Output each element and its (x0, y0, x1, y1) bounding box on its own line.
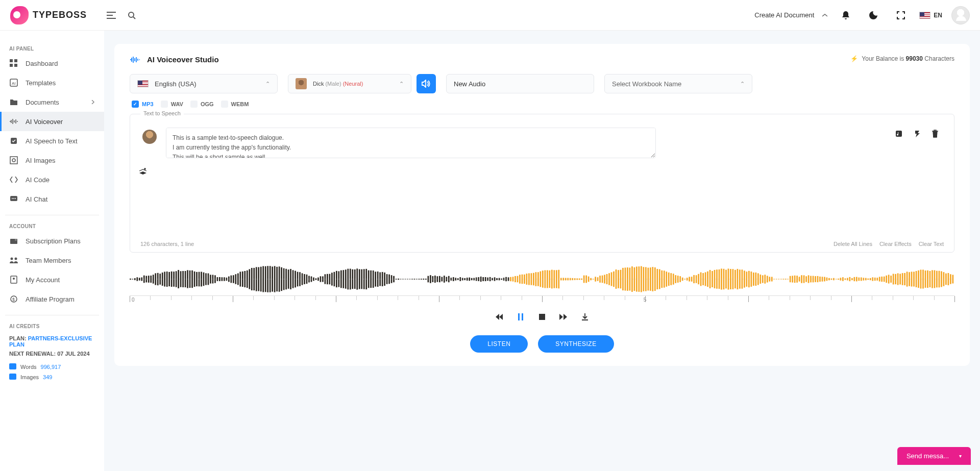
svg-rect-35 (153, 275, 154, 284)
search-icon[interactable] (122, 6, 141, 24)
svg-rect-388 (539, 314, 545, 320)
svg-rect-106 (315, 279, 317, 280)
svg-rect-82 (260, 267, 262, 292)
menu-toggle-icon[interactable] (102, 6, 120, 24)
add-line-button[interactable] (138, 167, 946, 175)
svg-rect-197 (524, 275, 525, 284)
sidebar-item-subscription-plans[interactable]: Subscription Plans (0, 231, 104, 251)
pause-button[interactable] (516, 312, 526, 322)
svg-rect-298 (755, 272, 756, 286)
svg-point-9 (12, 159, 15, 162)
voice-dropdown[interactable]: Dick (Male) (Neural) ⌃ (288, 74, 411, 93)
svg-rect-124 (356, 269, 358, 290)
tts-textarea[interactable] (166, 128, 656, 158)
sidebar-divider (5, 315, 99, 315)
svg-rect-365 (909, 272, 910, 286)
documents-icon (9, 97, 18, 107)
sidebar-item-dashboard[interactable]: Dashboard (0, 54, 104, 73)
music-note-icon[interactable] (895, 130, 904, 139)
format-wav[interactable]: WAV (161, 101, 183, 108)
svg-rect-220 (576, 279, 578, 280)
language-dropdown[interactable]: English (USA) ⌃ (130, 74, 278, 93)
svg-rect-353 (881, 277, 883, 282)
dark-mode-icon[interactable] (864, 6, 883, 24)
delete-all-lines-link[interactable]: Delete All Lines (834, 241, 872, 247)
svg-rect-58 (205, 274, 207, 285)
sidebar-item-ai-chat[interactable]: AI Chat (0, 189, 104, 209)
svg-rect-382 (948, 273, 949, 285)
affiliate-icon: $ (9, 294, 18, 304)
sidebar-item-templates[interactable]: AI Templates (0, 73, 104, 92)
svg-rect-214 (562, 278, 564, 281)
svg-rect-155 (428, 276, 429, 283)
svg-point-17 (15, 258, 17, 260)
svg-rect-281 (716, 270, 718, 289)
balance-prefix: Your Balance is (862, 55, 905, 62)
forward-button[interactable] (558, 312, 569, 322)
download-button[interactable] (580, 312, 590, 322)
format-mp3[interactable]: ✓MP3 (132, 101, 154, 108)
clear-effects-link[interactable]: Clear Effects (879, 241, 912, 247)
sidebar-item-ai-voiceover[interactable]: AI Voiceover (0, 112, 104, 131)
language-selector[interactable]: EN (919, 12, 942, 19)
svg-rect-125 (359, 269, 360, 289)
svg-rect-226 (590, 278, 592, 280)
brand-logo[interactable]: TYPEBOSS (10, 6, 87, 24)
notifications-icon[interactable] (837, 6, 855, 24)
sidebar-item-documents[interactable]: Documents (0, 92, 104, 112)
speaker-avatar[interactable] (142, 130, 157, 144)
svg-rect-335 (840, 278, 842, 281)
voiceover-icon (9, 117, 18, 126)
svg-rect-274 (700, 272, 702, 286)
sidebar-item-affiliate-program[interactable]: $ Affiliate Program (0, 289, 104, 309)
sidebar-item-ai-code[interactable]: AI Code (0, 170, 104, 189)
rewind-button[interactable] (494, 312, 504, 322)
chevron-up-icon: ⌃ (740, 81, 745, 87)
create-document-dropdown[interactable]: Create AI Document (754, 11, 827, 19)
waveform-display[interactable] (130, 264, 954, 294)
svg-rect-370 (920, 270, 922, 289)
svg-rect-166 (453, 277, 454, 281)
sidebar-item-ai-images[interactable]: AI Images (0, 151, 104, 170)
workbook-dropdown[interactable]: Select Workbook Name ⌃ (604, 74, 752, 93)
sidebar-item-ai-speech-to-text[interactable]: AI Speech to Text (0, 131, 104, 151)
svg-rect-4 (14, 64, 17, 67)
sidebar-section-ai-credits: AI CREDITS (0, 321, 104, 331)
user-avatar[interactable] (951, 6, 970, 24)
svg-rect-286 (728, 269, 729, 290)
sidebar-item-my-account[interactable]: My Account (0, 270, 104, 289)
code-icon (9, 175, 18, 184)
credit-label: Words (20, 364, 37, 370)
chat-widget[interactable]: Send messa... ▾ (897, 447, 971, 465)
sidebar-item-label: Templates (26, 79, 56, 87)
synthesize-button[interactable]: SYNTHESIZE (538, 335, 614, 353)
waveform-timeline[interactable]: 0 5 (130, 295, 954, 305)
effects-icon[interactable] (913, 130, 922, 139)
svg-rect-202 (535, 272, 537, 286)
preview-voice-button[interactable] (416, 74, 436, 93)
svg-rect-28 (136, 278, 138, 281)
svg-rect-209 (551, 270, 553, 289)
clear-text-link[interactable]: Clear Text (919, 241, 944, 247)
fullscreen-icon[interactable] (892, 6, 910, 24)
trash-icon[interactable] (932, 130, 941, 139)
stop-button[interactable] (537, 312, 547, 322)
svg-rect-112 (329, 274, 331, 285)
listen-button[interactable]: LISTEN (470, 335, 528, 353)
svg-rect-311 (785, 279, 787, 280)
topbar: TYPEBOSS Create AI Document EN (0, 0, 980, 31)
svg-rect-268 (687, 278, 688, 281)
svg-point-11 (12, 198, 13, 199)
svg-rect-136 (384, 272, 385, 286)
format-webm[interactable]: WEBM (221, 101, 249, 108)
svg-rect-352 (879, 277, 880, 282)
svg-rect-190 (508, 278, 509, 281)
timeline-tick-0: 0 (132, 297, 135, 303)
format-ogg[interactable]: OGG (190, 101, 214, 108)
audio-name-input[interactable] (446, 74, 594, 93)
voiceover-studio-card: AI Voiceover Studio ⚡ Your Balance is 99… (114, 44, 970, 366)
sidebar-item-label: Team Members (26, 257, 71, 264)
sidebar-item-team-members[interactable]: Team Members (0, 251, 104, 270)
svg-rect-215 (565, 278, 567, 281)
svg-rect-52 (191, 270, 193, 288)
